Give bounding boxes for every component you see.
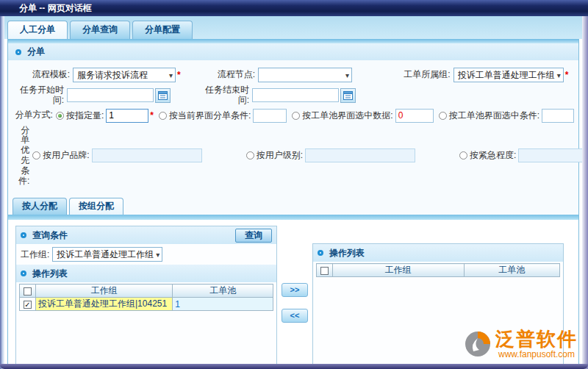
query-button[interactable]: 查询 xyxy=(235,229,272,243)
section-bullet-icon xyxy=(15,49,21,55)
assign-tabstrip: 按人分配 按组分配 xyxy=(8,192,578,215)
select-all-cell xyxy=(20,284,36,298)
option-current-filter: 按当前界面分单条件: xyxy=(159,109,287,123)
user-level-input[interactable] xyxy=(305,148,415,162)
option-label: 按指定量: xyxy=(66,110,104,122)
move-left-button[interactable]: << xyxy=(282,309,308,323)
tab-split-query[interactable]: 分单查询 xyxy=(70,21,130,39)
tab-split-config[interactable]: 分单配置 xyxy=(132,21,193,39)
target-table: 工作组 工单池 xyxy=(316,263,560,277)
section-bullet-icon xyxy=(21,232,26,238)
radio-icon[interactable] xyxy=(459,151,467,160)
tab-label: 按人分配 xyxy=(22,201,57,211)
workgroup-filter-row: 工作组: 投诉工单普通处理工作组 ▾ xyxy=(16,244,276,265)
split-method-label: 分单方式: xyxy=(12,110,53,121)
radio-icon[interactable] xyxy=(246,151,254,160)
selected-value: 服务请求投诉流程 xyxy=(77,69,148,82)
title-bar[interactable]: 分单 -- 网页对话框 xyxy=(0,0,588,16)
radio-icon[interactable] xyxy=(159,112,167,120)
field-process-template: 流程模板: 服务请求投诉流程 ▾ * xyxy=(12,68,198,82)
required-marker: * xyxy=(177,70,181,80)
target-list-title: 操作列表 xyxy=(329,247,559,259)
table-header-row: 工作组 工单池 xyxy=(317,264,560,277)
tab-label: 按组分配 xyxy=(79,201,114,211)
workgroup-filter-label: 工作组: xyxy=(21,248,49,261)
checkbox-checked-icon[interactable]: ✓ xyxy=(24,301,32,309)
vendor-footer: 泛普软件 www.fanpusoft.com xyxy=(463,329,578,361)
tab-label: 人工分单 xyxy=(20,24,55,35)
pool-selected-filter-input[interactable] xyxy=(542,109,574,123)
chevron-down-icon: ▾ xyxy=(156,251,159,259)
urgency-input[interactable] xyxy=(518,148,588,162)
user-brand-input[interactable] xyxy=(92,148,202,162)
tab-assign-by-person[interactable]: 按人分配 xyxy=(12,198,67,215)
calendar-icon[interactable] xyxy=(155,88,171,103)
main-tabstrip: 人工分单 分单查询 分单配置 xyxy=(4,16,582,39)
window-border-left xyxy=(0,16,4,369)
section-title: 分单 xyxy=(27,46,45,58)
field-workorder-group: 工单所属组: 投诉工单普通处理工作组 ▾ * xyxy=(383,68,568,82)
option-pool-selected-filter: 按工单池界面选中条件: xyxy=(439,109,574,123)
radio-icon[interactable] xyxy=(32,151,40,160)
task-start-label: 任务开始时间: xyxy=(12,85,64,106)
option-user-level: 按用户级别: xyxy=(246,148,415,162)
workorder-group-label: 工单所属组: xyxy=(383,70,450,80)
form-row-priority: 分单优先条件: 按用户品牌: 按用户级别: 按紧急程度: xyxy=(12,126,574,187)
query-conditions-title: 查询条件 xyxy=(32,229,229,242)
brand-url: www.fanpusoft.com xyxy=(495,349,578,359)
workorder-group-select[interactable]: 投诉工单普通处理工作组 ▾ xyxy=(453,68,564,82)
table-row[interactable]: ✓ 投诉工单普通处理工作组|104251 1 xyxy=(20,298,273,311)
process-template-select[interactable]: 服务请求投诉流程 ▾ xyxy=(73,68,176,82)
dialog-content: 人工分单 分单查询 分单配置 分单 流程模板: 服务请求投诉流程 ▾ xyxy=(4,16,582,364)
option-label: 按工单池界面选中数据: xyxy=(302,110,392,122)
target-list-header: 操作列表 xyxy=(313,244,563,262)
task-end-input[interactable] xyxy=(252,88,339,102)
option-label: 按工单池界面选中条件: xyxy=(449,110,539,122)
tab-label: 分单配置 xyxy=(145,24,180,35)
selected-value: 投诉工单普通处理工作组 xyxy=(57,248,154,261)
window-border-right xyxy=(582,16,588,369)
col-workgroup: 工作组 xyxy=(333,264,465,277)
brand-block: 泛普软件 www.fanpusoft.com xyxy=(495,329,578,359)
radio-icon[interactable] xyxy=(56,112,64,120)
query-conditions-header: 查询条件 查询 xyxy=(16,226,276,244)
current-filter-input[interactable] xyxy=(253,109,287,123)
form-row-split-method: 分单方式: 按指定量: * 按当前界面分单条件: 按工单池界面选 xyxy=(12,109,574,123)
pool-selected-data-input[interactable] xyxy=(395,109,434,123)
checkbox-icon[interactable] xyxy=(24,287,32,295)
process-node-select[interactable]: ▾ xyxy=(258,68,352,82)
radio-icon[interactable] xyxy=(439,112,447,120)
source-panel: 查询条件 查询 工作组: 投诉工单普通处理工作组 ▾ 操作列表 xyxy=(15,226,277,369)
fixed-quantity-input[interactable] xyxy=(106,109,148,123)
section-bullet-icon xyxy=(318,250,323,256)
task-start-input[interactable] xyxy=(67,88,154,102)
radio-icon[interactable] xyxy=(292,112,300,120)
brand-name: 泛普软件 xyxy=(495,329,578,348)
main-panel: 分单 流程模板: 服务请求投诉流程 ▾ * 流程节点: xyxy=(7,39,579,369)
option-label: 按用户级别: xyxy=(257,149,303,162)
required-marker: * xyxy=(150,110,154,121)
source-table: 工作组 工单池 ✓ 投诉工单普通处理工作组|104251 1 xyxy=(19,284,273,311)
cell-workgroup: 投诉工单普通处理工作组|104251 xyxy=(36,298,173,311)
move-right-button[interactable]: >> xyxy=(282,283,308,297)
required-marker: * xyxy=(565,70,569,80)
tab-label: 分单查询 xyxy=(82,24,118,35)
cell-pool: 1 xyxy=(173,298,273,311)
selected-value: 投诉工单普通处理工作组 xyxy=(458,69,555,82)
option-user-brand: 按用户品牌: xyxy=(32,148,201,162)
calendar-icon[interactable] xyxy=(340,88,356,103)
field-task-end: 任务结束时间: xyxy=(198,85,383,106)
tab-assign-by-group[interactable]: 按组分配 xyxy=(69,198,123,215)
fanpu-logo-icon xyxy=(463,329,492,361)
section-bullet-icon xyxy=(21,271,26,276)
chevron-down-icon: ▾ xyxy=(557,71,561,79)
option-label: 按用户品牌: xyxy=(43,149,89,162)
transfer-controls: >> << xyxy=(277,226,312,369)
row-select-cell: ✓ xyxy=(20,298,36,311)
process-template-label: 流程模板: xyxy=(12,70,70,80)
dialog-window: 分单 -- 网页对话框 × 人工分单 分单查询 分单配置 分单 流程模板: xyxy=(0,0,588,369)
tab-manual-split[interactable]: 人工分单 xyxy=(7,21,68,39)
workgroup-filter-select[interactable]: 投诉工单普通处理工作组 ▾ xyxy=(52,247,162,262)
checkbox-icon[interactable] xyxy=(320,267,329,275)
table-empty-space xyxy=(16,311,276,369)
